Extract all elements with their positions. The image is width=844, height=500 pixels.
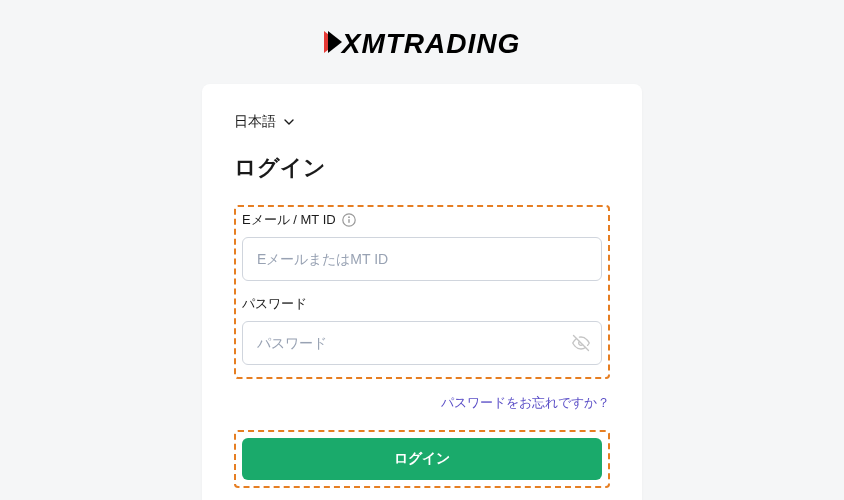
login-button-highlight: ログイン: [234, 430, 610, 488]
email-field-group: Eメール / MT ID: [242, 211, 602, 281]
login-card: 日本語 ログイン Eメール / MT ID: [202, 84, 642, 500]
email-label: Eメール / MT ID: [242, 211, 336, 229]
language-selector[interactable]: 日本語: [234, 113, 294, 131]
password-input-wrapper: [242, 321, 602, 365]
password-field-group: パスワード: [242, 295, 602, 365]
page-title: ログイン: [234, 153, 610, 183]
password-input[interactable]: [242, 321, 602, 365]
password-label-row: パスワード: [242, 295, 602, 313]
svg-marker-1: [328, 31, 342, 53]
password-label: パスワード: [242, 295, 307, 313]
brand-logo: XMTRADING: [324, 28, 521, 60]
eye-off-icon[interactable]: [572, 334, 590, 352]
forgot-password-link[interactable]: パスワードをお忘れですか？: [441, 395, 610, 410]
language-current: 日本語: [234, 113, 276, 131]
chevron-down-icon: [284, 119, 294, 125]
svg-point-3: [348, 216, 350, 218]
forgot-row: パスワードをお忘れですか？: [234, 393, 610, 412]
svg-rect-4: [348, 219, 349, 223]
email-label-row: Eメール / MT ID: [242, 211, 602, 229]
svg-line-5: [574, 336, 589, 351]
login-button[interactable]: ログイン: [242, 438, 602, 480]
logo-arrow-icon: [324, 29, 344, 59]
credentials-highlight: Eメール / MT ID パスワード: [234, 205, 610, 379]
email-input[interactable]: [242, 237, 602, 281]
brand-name: XMTRADING: [342, 28, 521, 60]
info-icon[interactable]: [342, 213, 356, 227]
